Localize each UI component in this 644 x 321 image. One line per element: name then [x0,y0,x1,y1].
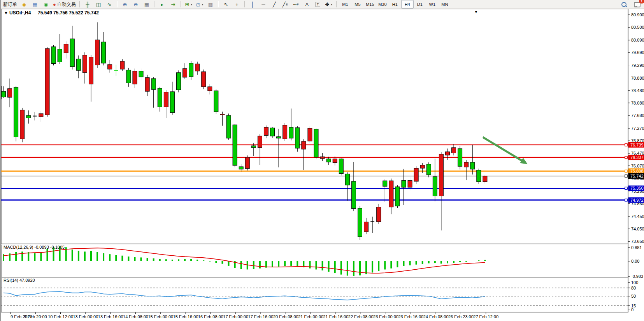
price-tick-label: 80.900 [631,12,644,17]
candle-body [245,157,249,169]
charts-grid-icon: ▦ [33,2,37,7]
vertical-line-icon[interactable]: │ [247,0,258,9]
line-chart-icon: ∿ [107,2,111,7]
timeframe-d1[interactable]: D1 [414,0,426,9]
zoom-in-icon: ⊕ [123,2,127,7]
hline-axis-notch [625,156,627,159]
candle-body [295,127,300,148]
hline-axis-notch [625,144,627,146]
timeframe-h1[interactable]: H1 [389,0,401,9]
candle-body [164,92,168,107]
line-chart-icon[interactable]: ∿ [104,0,115,9]
signals-icon: ◉ [44,2,48,7]
hline-axis-notch [625,175,627,177]
signals-icon[interactable]: ◉ [40,0,51,9]
candle-body [345,174,349,185]
candle-body [208,87,212,91]
price-tick-label: 74.050 [631,227,644,231]
new-order-button[interactable]: 新订单 [2,0,19,9]
candle-body [195,64,200,71]
dropdown-caret-icon[interactable]: ▾ [191,3,192,6]
text-icon[interactable]: A [302,0,312,9]
price-tick-label: 80.500 [631,25,644,30]
candle-body [289,127,293,138]
candle-body [402,180,406,187]
macd-tick-label: 0.00 [631,259,639,263]
timeframe-h4[interactable]: H4 [401,0,414,9]
autotrading-button[interactable]: ●自动交易 [51,0,77,9]
text-label-icon[interactable]: T [312,0,323,9]
zoom-in-icon[interactable]: ⊕ [119,0,130,9]
icon-subscript: E [286,3,288,6]
time-tick-label: 14 Feb 08:00 [123,314,148,319]
candle-body [89,57,93,84]
candle-body [408,180,412,187]
candle-body [389,181,393,207]
order-ticket-icon[interactable]: ◆ [19,0,30,9]
timeframe-group: M1M5M15M30H1H4D1W1MN [338,0,452,9]
time-tick-label: 23 Feb 16:00 [398,314,423,319]
candle-body [277,137,281,138]
candle-body [314,129,318,157]
chart-shift-icon[interactable]: ⇥ [168,0,179,9]
candle-body [45,49,49,115]
price-tick-label: 78.480 [631,88,644,93]
bar-chart-icon: ╫ [86,2,89,7]
timeframe-m15[interactable]: M15 [364,0,376,9]
time-tick-label: 17 Feb 16:00 [248,314,274,319]
charts-grid-icon[interactable]: ▦ [30,0,40,9]
dropdown-caret-icon[interactable]: ▾ [331,3,332,6]
new-chart-icon[interactable]: ⊞▾ [183,0,194,9]
horizontal-line-icon[interactable]: ─ [258,0,269,9]
period-clock-icon[interactable]: ◷▾ [194,0,205,9]
chart-canvas[interactable]: 80.90080.50080.09079.69079.29078.88078.4… [1,9,644,321]
candle-body [270,128,275,136]
candle-body [239,167,243,169]
candle-body [464,162,469,167]
candlestick-chart-icon[interactable]: ◫ [93,0,104,9]
price-badge-label: 75.350 [630,186,644,190]
candle-body [120,61,125,69]
macd-tick-label: 0.881 [631,245,642,250]
ohlc-collapse-arrow[interactable]: ▼ [4,10,8,15]
fibonacci-icon[interactable]: ┅F [291,0,302,9]
toolbar: 新订单◆▦◉●自动交易╫◫∿⊕⊖▦▸⇥⊞▾◷▾▧↖＋│─╱╱E┅FAT✥▾M1M… [1,0,644,9]
arrows-icon[interactable]: ✥▾ [323,0,334,9]
last-bar-marker[interactable]: ▼ [474,10,478,14]
candle-body [20,110,25,139]
timeframe-m30[interactable]: M30 [376,0,389,9]
zoom-out-icon[interactable]: ⊖ [130,0,141,9]
mt4-application-window: 新订单◆▦◉●自动交易╫◫∿⊕⊖▦▸⇥⊞▾◷▾▧↖＋│─╱╱E┅FAT✥▾M1M… [0,0,644,321]
auto-scroll-icon[interactable]: ▸ [157,0,168,9]
timeframe-m1[interactable]: M1 [339,0,351,9]
candle-body [339,159,343,174]
candle-body [145,78,149,91]
notifications-button[interactable]: 1 [632,0,642,9]
candle-body [452,148,456,153]
candle-body [308,128,312,141]
time-tick-label: 21 Feb 00:00 [298,314,323,319]
candle-body [320,157,325,159]
candle-body [226,115,231,138]
timeframe-w1[interactable]: W1 [426,0,439,9]
candle-body [251,146,256,148]
price-tick-label: 79.690 [631,50,644,55]
toolbar-group: ↖＋ [220,0,243,9]
tile-windows-icon[interactable]: ▦ [141,0,152,9]
chart-profile-icon[interactable]: ▧ [205,0,216,9]
search-button[interactable] [618,0,629,9]
trendline-icon[interactable]: ╱ [269,0,280,9]
trendline-icon: ╱ [273,2,276,7]
hline-axis-notch [625,187,627,189]
candle-body [126,70,131,83]
cursor-icon[interactable]: ↖ [221,0,232,9]
dropdown-caret-icon[interactable]: ▾ [202,3,204,6]
bar-chart-icon[interactable]: ╫ [82,0,93,9]
timeframe-m5[interactable]: M5 [351,0,364,9]
equidistant-channel-icon[interactable]: ╱E [280,0,291,9]
price-tick-label: 80.090 [631,38,644,42]
candle-body [14,87,18,137]
time-tick-label: 24 Feb 08:00 [423,314,449,319]
crosshair-icon[interactable]: ＋ [232,0,242,9]
timeframe-mn[interactable]: MN [439,0,451,9]
